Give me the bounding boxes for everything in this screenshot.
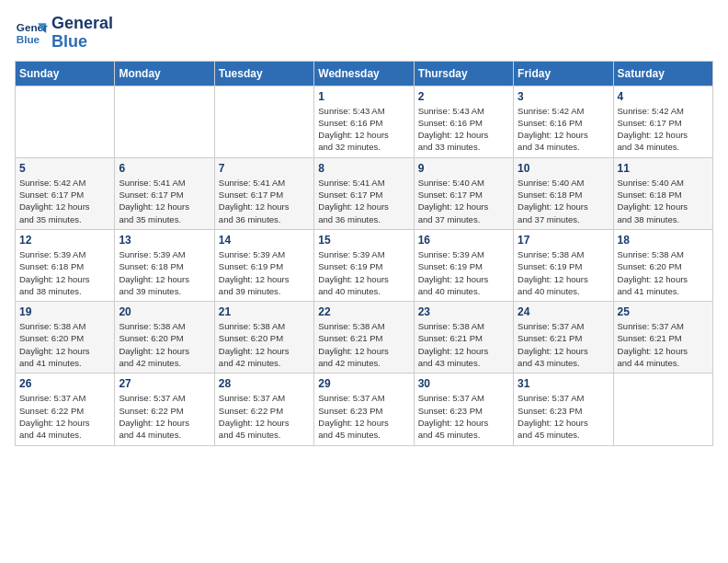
day-number: 5	[19, 162, 110, 175]
calendar-day-16: 16Sunrise: 5:39 AM Sunset: 6:19 PM Dayli…	[414, 229, 513, 301]
day-info: Sunrise: 5:38 AM Sunset: 6:20 PM Dayligh…	[219, 320, 310, 369]
day-number: 1	[318, 90, 409, 103]
calendar-day-19: 19Sunrise: 5:38 AM Sunset: 6:20 PM Dayli…	[16, 302, 115, 373]
day-info: Sunrise: 5:39 AM Sunset: 6:19 PM Dayligh…	[318, 248, 409, 297]
calendar-header-thursday: Thursday	[414, 61, 513, 86]
day-number: 27	[119, 377, 210, 390]
calendar-day-7: 7Sunrise: 5:41 AM Sunset: 6:17 PM Daylig…	[214, 157, 313, 229]
day-info: Sunrise: 5:39 AM Sunset: 6:19 PM Dayligh…	[418, 248, 509, 297]
calendar-day-20: 20Sunrise: 5:38 AM Sunset: 6:20 PM Dayli…	[115, 302, 214, 373]
day-number: 17	[518, 234, 609, 247]
day-info: Sunrise: 5:37 AM Sunset: 6:23 PM Dayligh…	[318, 392, 409, 441]
calendar-day-31: 31Sunrise: 5:37 AM Sunset: 6:23 PM Dayli…	[514, 373, 613, 445]
day-info: Sunrise: 5:40 AM Sunset: 6:18 PM Dayligh…	[518, 177, 609, 225]
calendar-header-tuesday: Tuesday	[214, 61, 313, 86]
calendar-week-row: 26Sunrise: 5:37 AM Sunset: 6:22 PM Dayli…	[16, 373, 713, 445]
calendar-week-row: 1Sunrise: 5:43 AM Sunset: 6:16 PM Daylig…	[16, 86, 713, 157]
day-info: Sunrise: 5:42 AM Sunset: 6:16 PM Dayligh…	[518, 105, 609, 154]
calendar-day-13: 13Sunrise: 5:39 AM Sunset: 6:18 PM Dayli…	[115, 229, 214, 301]
calendar-day-29: 29Sunrise: 5:37 AM Sunset: 6:23 PM Dayli…	[314, 373, 414, 445]
day-number: 12	[19, 234, 110, 247]
day-info: Sunrise: 5:40 AM Sunset: 6:17 PM Dayligh…	[418, 177, 509, 225]
calendar-empty-cell	[115, 86, 214, 157]
day-info: Sunrise: 5:38 AM Sunset: 6:20 PM Dayligh…	[119, 320, 210, 369]
day-info: Sunrise: 5:43 AM Sunset: 6:16 PM Dayligh…	[318, 105, 409, 154]
day-info: Sunrise: 5:43 AM Sunset: 6:16 PM Dayligh…	[418, 105, 509, 154]
day-number: 15	[318, 234, 409, 247]
calendar-day-12: 12Sunrise: 5:39 AM Sunset: 6:18 PM Dayli…	[16, 229, 115, 301]
calendar-table: SundayMondayTuesdayWednesdayThursdayFrid…	[15, 61, 713, 446]
day-number: 29	[318, 377, 409, 390]
day-number: 30	[418, 377, 509, 390]
day-number: 9	[418, 162, 509, 175]
calendar-day-11: 11Sunrise: 5:40 AM Sunset: 6:18 PM Dayli…	[613, 157, 712, 229]
day-number: 21	[219, 305, 310, 318]
calendar-week-row: 12Sunrise: 5:39 AM Sunset: 6:18 PM Dayli…	[16, 229, 713, 301]
calendar-empty-cell	[613, 373, 712, 445]
day-info: Sunrise: 5:37 AM Sunset: 6:21 PM Dayligh…	[518, 320, 609, 369]
day-number: 13	[119, 234, 210, 247]
calendar-day-23: 23Sunrise: 5:38 AM Sunset: 6:21 PM Dayli…	[414, 302, 513, 373]
calendar-header-sunday: Sunday	[16, 61, 115, 86]
day-info: Sunrise: 5:37 AM Sunset: 6:22 PM Dayligh…	[119, 392, 210, 441]
day-info: Sunrise: 5:37 AM Sunset: 6:23 PM Dayligh…	[518, 392, 609, 441]
calendar-day-1: 1Sunrise: 5:43 AM Sunset: 6:16 PM Daylig…	[314, 86, 414, 157]
day-info: Sunrise: 5:37 AM Sunset: 6:23 PM Dayligh…	[418, 392, 509, 441]
day-number: 28	[219, 377, 310, 390]
day-info: Sunrise: 5:38 AM Sunset: 6:21 PM Dayligh…	[318, 320, 409, 369]
day-number: 3	[518, 90, 609, 103]
day-info: Sunrise: 5:41 AM Sunset: 6:17 PM Dayligh…	[318, 177, 409, 225]
calendar-day-22: 22Sunrise: 5:38 AM Sunset: 6:21 PM Dayli…	[314, 302, 414, 373]
calendar-day-24: 24Sunrise: 5:37 AM Sunset: 6:21 PM Dayli…	[514, 302, 613, 373]
calendar-header-row: SundayMondayTuesdayWednesdayThursdayFrid…	[16, 61, 713, 86]
calendar-header-friday: Friday	[514, 61, 613, 86]
day-info: Sunrise: 5:40 AM Sunset: 6:18 PM Dayligh…	[618, 177, 709, 225]
day-info: Sunrise: 5:41 AM Sunset: 6:17 PM Dayligh…	[119, 177, 210, 225]
day-info: Sunrise: 5:39 AM Sunset: 6:19 PM Dayligh…	[219, 248, 310, 297]
day-number: 25	[618, 305, 709, 318]
day-number: 4	[618, 90, 709, 103]
calendar-day-25: 25Sunrise: 5:37 AM Sunset: 6:21 PM Dayli…	[613, 302, 712, 373]
day-number: 20	[119, 305, 210, 318]
calendar-day-9: 9Sunrise: 5:40 AM Sunset: 6:17 PM Daylig…	[414, 157, 513, 229]
calendar-day-6: 6Sunrise: 5:41 AM Sunset: 6:17 PM Daylig…	[115, 157, 214, 229]
calendar-empty-cell	[16, 86, 115, 157]
day-number: 16	[418, 234, 509, 247]
calendar-day-21: 21Sunrise: 5:38 AM Sunset: 6:20 PM Dayli…	[214, 302, 313, 373]
calendar-day-8: 8Sunrise: 5:41 AM Sunset: 6:17 PM Daylig…	[314, 157, 414, 229]
logo-icon: General Blue	[15, 17, 48, 50]
day-number: 14	[219, 234, 310, 247]
day-number: 18	[618, 234, 709, 247]
calendar-day-28: 28Sunrise: 5:37 AM Sunset: 6:22 PM Dayli…	[214, 373, 313, 445]
day-info: Sunrise: 5:37 AM Sunset: 6:22 PM Dayligh…	[219, 392, 310, 441]
day-info: Sunrise: 5:39 AM Sunset: 6:18 PM Dayligh…	[119, 248, 210, 297]
day-number: 22	[318, 305, 409, 318]
calendar-day-26: 26Sunrise: 5:37 AM Sunset: 6:22 PM Dayli…	[16, 373, 115, 445]
calendar-day-2: 2Sunrise: 5:43 AM Sunset: 6:16 PM Daylig…	[414, 86, 513, 157]
day-info: Sunrise: 5:38 AM Sunset: 6:19 PM Dayligh…	[518, 248, 609, 297]
day-info: Sunrise: 5:37 AM Sunset: 6:21 PM Dayligh…	[618, 320, 709, 369]
day-info: Sunrise: 5:42 AM Sunset: 6:17 PM Dayligh…	[19, 177, 110, 225]
calendar-header-wednesday: Wednesday	[314, 61, 414, 86]
calendar-day-18: 18Sunrise: 5:38 AM Sunset: 6:20 PM Dayli…	[613, 229, 712, 301]
day-number: 6	[119, 162, 210, 175]
calendar-day-5: 5Sunrise: 5:42 AM Sunset: 6:17 PM Daylig…	[16, 157, 115, 229]
calendar-day-17: 17Sunrise: 5:38 AM Sunset: 6:19 PM Dayli…	[514, 229, 613, 301]
page-header: General Blue General Blue	[15, 15, 713, 52]
day-number: 26	[19, 377, 110, 390]
day-number: 10	[518, 162, 609, 175]
day-number: 23	[418, 305, 509, 318]
calendar-day-27: 27Sunrise: 5:37 AM Sunset: 6:22 PM Dayli…	[115, 373, 214, 445]
day-info: Sunrise: 5:37 AM Sunset: 6:22 PM Dayligh…	[19, 392, 110, 441]
day-number: 7	[219, 162, 310, 175]
day-info: Sunrise: 5:38 AM Sunset: 6:21 PM Dayligh…	[418, 320, 509, 369]
calendar-day-30: 30Sunrise: 5:37 AM Sunset: 6:23 PM Dayli…	[414, 373, 513, 445]
calendar-day-4: 4Sunrise: 5:42 AM Sunset: 6:17 PM Daylig…	[613, 86, 712, 157]
calendar-day-3: 3Sunrise: 5:42 AM Sunset: 6:16 PM Daylig…	[514, 86, 613, 157]
calendar-header-monday: Monday	[115, 61, 214, 86]
calendar-day-14: 14Sunrise: 5:39 AM Sunset: 6:19 PM Dayli…	[214, 229, 313, 301]
day-number: 8	[318, 162, 409, 175]
calendar-empty-cell	[214, 86, 313, 157]
day-info: Sunrise: 5:39 AM Sunset: 6:18 PM Dayligh…	[19, 248, 110, 297]
day-number: 19	[19, 305, 110, 318]
